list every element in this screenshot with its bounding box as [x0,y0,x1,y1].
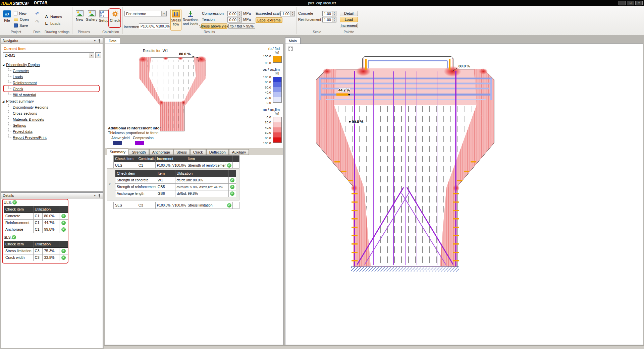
new-project-button[interactable]: New [14,10,31,16]
open-project-button[interactable]: Open [14,16,31,22]
success-icon: ✓ [61,214,66,218]
current-item-select[interactable]: DRM1 ▼ [3,52,94,58]
table-row[interactable]: Reinforcement C1 44.7% ✓ [4,220,68,226]
tab-stress[interactable]: Stress [173,149,190,155]
expander-icon[interactable]: ◢ [2,63,4,66]
palette-increment-button[interactable]: Increment [340,23,358,28]
tree-root-discontinuity-region[interactable]: ◢ Discontinuity Region [2,62,40,68]
tab-auxiliary[interactable]: Auxiliary [229,149,249,155]
tab-deflection[interactable]: Deflection [206,149,229,155]
tab-data[interactable]: Data [105,38,120,44]
collapse-icon[interactable]: ▾ [94,39,96,42]
undo-button[interactable]: ↶ [34,11,41,16]
table-row[interactable]: Anchorage C1 99.8% ✓ [4,226,68,233]
gear-icon [112,10,119,17]
check-button[interactable]: Check [110,9,120,30]
tree-item-cross-sections[interactable]: Cross-sections [8,110,37,116]
spinner-arrows[interactable]: ▲▼ [332,17,336,22]
tree-item-check[interactable]: Check [8,86,23,92]
compression-legend-label: Compression [133,136,154,140]
scale-reinforcement-label: Reinforcement [298,17,321,21]
table-row[interactable]: Crack width C3 33.8% ✓ [4,254,68,261]
tree-item-reinforcement[interactable]: Reinforcement [8,80,37,86]
table-row[interactable]: Stress limitation C3 75.3% ✓ [4,248,68,254]
setup-icon: 1,15 90 25.4 [99,10,108,17]
table-row[interactable]: Strength of concrete W1 σc/σc,lim: 80.0%… [115,177,236,184]
file-button[interactable]: ID File [2,9,12,30]
collapse-icon[interactable]: ▾ [94,194,96,197]
tension-label: Tension [202,17,215,21]
exceeded-scale-spinner[interactable]: 1.00 ▲▼ [280,11,295,16]
close-button[interactable]: × [635,1,643,5]
tab-main[interactable]: Main [285,38,301,44]
table-row[interactable]: Anchorage length GB6 τb/fbd: 99.8% ✓ [115,190,236,197]
tab-anchorage[interactable]: Anchorage [149,149,173,155]
spinner-arrows[interactable]: ▲▼ [332,11,336,16]
reactions-loads-button[interactable]: Reactions and loads [182,9,199,31]
group-label-results: Results [122,30,296,34]
tree-item-materials-models[interactable]: Materials & models [8,116,44,122]
tree-item-bill-of-material[interactable]: Bill of material [8,92,36,98]
tree-item-project-data[interactable]: Project data [8,128,33,134]
main-panel[interactable]: 80.0 % 44.7 % 99.8 % [285,44,643,345]
idea-file-icon: ID [3,10,11,17]
fit-view-icon[interactable] [288,46,293,52]
tab-crack[interactable]: Crack [190,149,206,155]
tree-item-geometry[interactable]: Geometry [8,68,29,74]
maximize-button[interactable]: □ [627,1,634,5]
label-extreme-toggle[interactable]: Label extreme [256,17,282,23]
data-panel[interactable]: Results for: W1 [105,44,283,345]
scale-reinforcement-spinner[interactable]: 1.00 ▲▼ [322,17,336,22]
tree-item-discontinuity-regions[interactable]: Discontinuity Regions [8,104,48,110]
success-icon: ✓ [230,178,234,182]
palette-load-button[interactable]: Load [340,17,358,22]
stress-above-yield-toggle[interactable]: Stress above yield [201,23,227,29]
add-item-button[interactable]: + [95,52,101,58]
peak-utilization-label: 80.0 % [179,52,191,56]
results-row-uls[interactable]: ULS C1 P100.0%, V100.0% Strength of rein… [114,162,239,169]
chevron-down-icon: ▼ [89,53,94,58]
tree-item-settings[interactable]: Settings [8,122,26,128]
main-canvas[interactable]: 80.0 % 44.7 % 99.8 % [285,44,643,345]
palette-detail-button[interactable]: Detail [340,11,358,16]
gallery-button[interactable]: Gallery [85,9,98,30]
image-icon [76,10,84,16]
tab-strength[interactable]: Strength [129,149,149,155]
increment-select[interactable]: P100.0%, V100.0% ▼ [139,23,169,29]
stress-flow-button[interactable]: Stress flow [170,9,181,31]
tension-spinner[interactable]: 0.00 ▲▼ [227,17,242,22]
pin-icon[interactable] [98,194,101,197]
compression-spinner[interactable]: 0.00 ▲▼ [227,11,242,16]
tree-item-report-preview[interactable]: Report Preview/Print [8,134,47,140]
save-floppy-icon [14,23,18,27]
redo-button[interactable]: ↷ [34,19,41,24]
expander-icon[interactable]: ◢ [2,100,4,103]
scale-concrete-spinner[interactable]: 1.00 ▲▼ [322,11,336,16]
data-canvas[interactable]: Results for: W1 [105,44,283,345]
tree-root-project-summary[interactable]: ◢ Project summary [2,98,34,104]
increment-label: Increment [124,25,140,29]
tb-fbd-toggle[interactable]: τb / fbd > 95% [228,23,255,29]
row-expander-icon[interactable]: > [109,182,111,186]
for-extreme-select[interactable]: For extreme ▼ [124,11,167,16]
tab-summary[interactable]: Summary [107,149,128,155]
names-toggle-button[interactable]: ANames [44,14,68,19]
current-item-label: Current item [4,47,25,51]
loads-toggle-button[interactable]: LLoads [44,20,68,26]
document-title: pier_cap.ideaDet [308,1,336,5]
group-label-project: Project [0,30,32,34]
legend-tb-swatch [273,56,282,63]
table-row[interactable]: Concrete C1 80.0% ✓ [4,213,68,220]
setup-button[interactable]: 1,15 90 25.4 Setup [98,9,110,30]
pin-icon[interactable] [98,39,101,43]
results-row-sls[interactable]: SLS C3 P100.0%, V100.0% Stress limitatio… [114,202,239,209]
exceeded-scale-label: Exceeded scale [256,11,282,15]
save-project-button[interactable]: Save [14,22,31,28]
minimize-button[interactable]: ─ [619,1,626,5]
spinner-arrows[interactable]: ▲▼ [237,11,241,16]
spinner-arrows[interactable]: ▲▼ [237,17,241,22]
spinner-arrows[interactable]: ▲▼ [290,11,294,16]
picture-new-button[interactable]: New [74,9,85,30]
table-row[interactable]: Strength of reinforcement GB5 εs/εs,lim:… [115,184,236,190]
tree-item-loads[interactable]: Loads [8,74,23,80]
